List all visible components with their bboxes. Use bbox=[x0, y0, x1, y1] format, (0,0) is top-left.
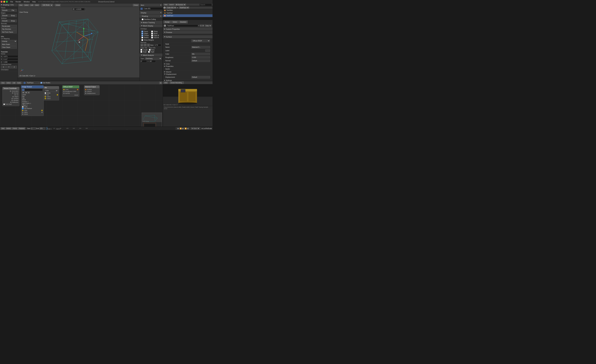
mix-node[interactable]: Mix Color Clamp Fac Color1 Color2 bbox=[44, 86, 59, 101]
img-btn2[interactable]: ◀ bbox=[25, 91, 27, 94]
displacement-input[interactable] bbox=[191, 76, 210, 78]
toshhair-item[interactable]: ToshHair bbox=[163, 12, 213, 14]
axis-y-button[interactable]: Y bbox=[6, 66, 12, 68]
mesh-menu[interactable]: Mesh bbox=[34, 4, 39, 6]
faces-cb[interactable] bbox=[142, 31, 143, 32]
deg2-input[interactable] bbox=[149, 60, 156, 63]
verts-sharp-button[interactable]: Sharp bbox=[9, 20, 17, 22]
surface-type-select[interactable]: Diffuse BSDF bbox=[191, 39, 210, 42]
bevel-cb[interactable] bbox=[151, 33, 153, 34]
edges-sharp-button[interactable]: Sharp bbox=[9, 14, 17, 17]
smooth-button[interactable]: Smooth bbox=[1, 9, 9, 12]
label-input[interactable] bbox=[205, 50, 210, 52]
node-material-input[interactable] bbox=[26, 82, 38, 84]
preview-header[interactable]: Preview bbox=[163, 31, 213, 34]
item-name-input[interactable] bbox=[143, 7, 163, 10]
mat-add-btn[interactable]: + bbox=[200, 25, 202, 27]
select-button[interactable]: Select bbox=[171, 21, 179, 23]
next-frame-btn[interactable]: ⏩ bbox=[185, 127, 187, 130]
edges-smooth-button[interactable]: Smooth bbox=[1, 14, 9, 17]
node-canvas[interactable]: Texture Coordinate Generated Normal UV O… bbox=[0, 85, 163, 127]
flat-button[interactable]: Flat bbox=[9, 9, 17, 12]
timeline-ruler[interactable]: 0 40 80 120 160 200 240 Cam 1 Cam 2 bbox=[47, 127, 175, 130]
shading-uvs-header[interactable]: Shading / UVs bbox=[0, 3, 18, 6]
cube-select[interactable]: Cube.001 bbox=[166, 6, 176, 9]
verts-smooth-button[interactable]: Smooth bbox=[1, 20, 9, 22]
end-input[interactable] bbox=[39, 127, 45, 130]
display-header[interactable]: Display ▾ bbox=[140, 11, 163, 15]
material-name-input[interactable] bbox=[166, 25, 198, 27]
minimize-button[interactable] bbox=[3, 1, 5, 3]
timeline-playback-btn[interactable]: Playback bbox=[18, 127, 25, 130]
tex-coord-node[interactable]: Texture Coordinate Generated Normal UV O… bbox=[2, 87, 19, 106]
set-from-faces-button[interactable]: Set From Faces bbox=[1, 31, 17, 33]
face-m-cb[interactable] bbox=[151, 37, 153, 38]
node-select-btn[interactable]: Select bbox=[6, 82, 11, 84]
node-editor[interactable]: View Select Add Node Use Nodes ⊞ bbox=[0, 81, 163, 130]
menu-render[interactable]: Render bbox=[14, 0, 22, 3]
mark-seam-button[interactable]: Mark Seam bbox=[1, 43, 17, 46]
recalculate-button[interactable]: Recalculate bbox=[1, 25, 17, 28]
normal-vert-btn[interactable]: v bbox=[141, 44, 143, 46]
custom-props-header[interactable]: Custom Properties bbox=[163, 28, 213, 31]
z-input[interactable] bbox=[3, 61, 18, 63]
diffuse-node[interactable]: Diffuse BSDF Color Roughness 0.000 Norma… bbox=[62, 85, 79, 97]
x-input[interactable] bbox=[3, 55, 18, 58]
play-back-btn[interactable]: ⏮ bbox=[177, 127, 179, 130]
motion-tracking-header[interactable]: Motion Tracking bbox=[140, 21, 163, 24]
sync-select[interactable]: No Sync bbox=[191, 127, 200, 130]
img-btn3[interactable]: ⊕ bbox=[27, 91, 30, 94]
deselect-button[interactable]: Deselect bbox=[179, 21, 188, 23]
search-input[interactable] bbox=[200, 4, 212, 6]
unwrap-select[interactable]: Unwrap bbox=[1, 40, 17, 43]
screen-rec-btn[interactable]: Screen Recording... bbox=[170, 81, 184, 84]
start-input[interactable] bbox=[31, 127, 36, 130]
mesh-display-header[interactable]: Mesh Display bbox=[140, 24, 163, 28]
area-cb[interactable] bbox=[149, 49, 151, 51]
maximize-button[interactable] bbox=[6, 1, 8, 3]
search-btn[interactable]: Search bbox=[169, 3, 175, 6]
play-end-btn[interactable]: ⏭ bbox=[187, 127, 189, 130]
normal-face-btn[interactable]: f bbox=[144, 44, 147, 46]
auto-refresh-cb[interactable] bbox=[22, 108, 23, 109]
view-menu[interactable]: View bbox=[19, 4, 23, 6]
node-snap-btn[interactable]: ⊞ bbox=[159, 82, 162, 84]
surface-header[interactable]: Surface bbox=[163, 35, 213, 39]
use-nodes-cb[interactable] bbox=[40, 82, 42, 84]
timeline-marker-btn[interactable]: Marker bbox=[6, 127, 12, 130]
3d-viewport[interactable]: View Select Add Mesh Edit Mode Global Cl… bbox=[18, 3, 139, 81]
from-dupl-cb[interactable] bbox=[3, 103, 5, 105]
node-view-btn[interactable]: View bbox=[1, 82, 5, 84]
menu-help[interactable]: Help bbox=[31, 0, 37, 3]
clamp-cb[interactable] bbox=[45, 92, 46, 94]
mix-type-select[interactable]: Color bbox=[45, 90, 58, 92]
deg1-input[interactable] bbox=[141, 60, 147, 63]
show-weights-cb[interactable] bbox=[142, 39, 143, 41]
timeline-frame-btn[interactable]: Frame bbox=[12, 127, 18, 130]
toshskin-item[interactable]: ToshSkin bbox=[163, 9, 213, 12]
y-input[interactable] bbox=[3, 58, 18, 60]
menu-file[interactable]: File bbox=[9, 0, 14, 3]
clear-seam-button[interactable]: Clear Seam bbox=[1, 46, 17, 49]
menu-window[interactable]: Window bbox=[22, 0, 31, 3]
global-select[interactable]: Global bbox=[55, 4, 60, 6]
closes-btn[interactable]: Closes bbox=[133, 4, 139, 6]
material-select[interactable]: ToshFace bbox=[179, 6, 189, 9]
edge-m-cb[interactable] bbox=[151, 35, 153, 36]
angle2-cb[interactable] bbox=[148, 51, 150, 53]
axis-z-button[interactable]: Z bbox=[12, 66, 17, 68]
img-tex-node[interactable]: Image Texture ▶ ◀ ⊕ Linear Flat bbox=[21, 85, 44, 116]
view-btn[interactable]: View bbox=[164, 3, 168, 6]
flip-direction-button[interactable]: Flip Direction bbox=[1, 28, 17, 30]
z-coord-input[interactable] bbox=[75, 8, 84, 10]
angle1-cb[interactable] bbox=[141, 51, 142, 53]
assign-button[interactable]: Assign bbox=[164, 21, 171, 23]
scenes-select[interactable]: All Scenes bbox=[175, 3, 186, 6]
prev-frame-btn[interactable]: ⏪ bbox=[179, 127, 182, 130]
normal-input[interactable] bbox=[191, 59, 210, 62]
timeline-view-btn[interactable]: View bbox=[1, 127, 5, 130]
length-cb[interactable] bbox=[141, 49, 142, 51]
mode-select[interactable]: Edit Mode bbox=[41, 4, 53, 7]
color-input-rp[interactable] bbox=[191, 53, 210, 55]
close-button[interactable] bbox=[1, 1, 2, 3]
